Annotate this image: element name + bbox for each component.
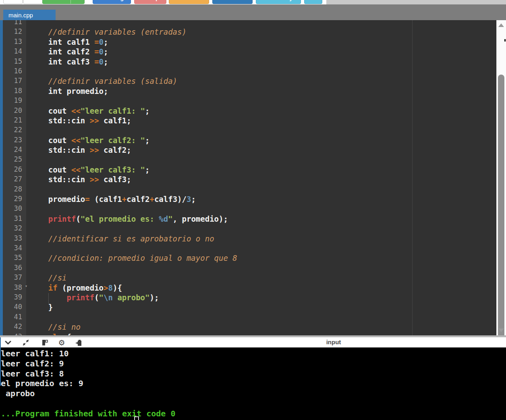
code-line[interactable]: [30, 313, 497, 322]
beautify-button[interactable]: { } Beautify: [256, 0, 301, 4]
expand-icon[interactable]: [21, 339, 30, 347]
code-line[interactable]: [30, 244, 497, 254]
code-line[interactable]: [30, 224, 497, 234]
scrollbar-annotation-mark: [504, 39, 506, 42]
dock-panel-icon[interactable]: [40, 339, 49, 347]
tab-main-cpp[interactable]: main.cpp: [3, 10, 56, 20]
scroll-down-arrow-icon[interactable]: [498, 329, 504, 332]
run-button[interactable]: ▶ Run ▾: [42, 0, 85, 4]
save-button[interactable]: ▥ Save: [212, 0, 253, 4]
code-line[interactable]: }: [30, 303, 497, 312]
console-line: leer calf3: 8: [1, 369, 506, 379]
share-button-label: Share: [184, 0, 200, 1]
share-button[interactable]: ⬗ Share: [169, 0, 209, 4]
code-line[interactable]: std::cin >> calf2;: [30, 146, 497, 155]
code-line[interactable]: [30, 155, 497, 165]
paste-input-icon[interactable]: [74, 339, 83, 347]
stop-button[interactable]: ■ Stop: [134, 0, 166, 4]
code-line[interactable]: int calf3 =0;: [30, 57, 497, 67]
code-line[interactable]: else{: [30, 333, 497, 336]
console-line: ...Program finished with exit code 0: [1, 409, 506, 419]
scroll-up-arrow-icon[interactable]: [498, 23, 504, 27]
beautify-button-label: Beautify: [270, 0, 292, 1]
code-line[interactable]: //identificar si es aprobatorio o no: [30, 234, 497, 244]
code-line[interactable]: int calf1 =0;: [30, 37, 497, 47]
code-line[interactable]: cout <<"leer calf3: ";: [30, 165, 497, 175]
navigate-button[interactable]: ⚲: [23, 0, 43, 4]
code-lines[interactable]: //definir variables (entradas) int calf1…: [0, 20, 497, 335]
theme-button[interactable]: ▦ ▾: [304, 0, 322, 4]
code-line[interactable]: int calf2 =0;: [30, 47, 497, 57]
scrollbar-thumb[interactable]: [498, 75, 504, 335]
code-line[interactable]: if (promedio>8){: [30, 283, 497, 293]
debug-button-label: Debug: [106, 0, 124, 1]
console-line: leer calf2: 9: [1, 359, 506, 369]
editor-scrollbar[interactable]: [496, 20, 506, 335]
code-line[interactable]: int promedio;: [30, 87, 497, 96]
debug-button[interactable]: ◎ Debug: [93, 0, 131, 4]
tab-bar: main.cpp: [0, 4, 506, 20]
run-button-divider: [71, 0, 71, 4]
code-editor[interactable]: 1112131415161718192021222324252627282930…: [0, 20, 506, 335]
code-line[interactable]: //si: [30, 273, 497, 283]
console-line: el promedio es: 9: [1, 378, 506, 389]
code-line[interactable]: //condicion: promedio igual o mayor que …: [30, 254, 497, 263]
console-output[interactable]: leer calf1: 10leer calf2: 9leer calf3: 8…: [0, 347, 506, 420]
code-line[interactable]: promedio= (calf1+calf2+calf3)/3;: [30, 195, 497, 204]
print-margin-line: [412, 20, 413, 335]
code-line[interactable]: [30, 96, 497, 106]
top-toolbar: ▪ ⚲ ▶ Run ▾ ◎ Debug ■ Stop ⬗ Share ▥ Sav…: [0, 0, 506, 4]
console-line: [1, 399, 506, 409]
console-line: leer calf1: 10: [1, 349, 506, 359]
settings-gear-icon[interactable]: ⚙: [57, 339, 66, 347]
code-line[interactable]: printf("\n aprobo");: [30, 293, 497, 303]
code-line[interactable]: //si no: [30, 322, 497, 332]
stop-button-label: Stop: [147, 0, 159, 1]
console-line: aprobo: [1, 389, 506, 399]
indent-guide: [48, 293, 49, 304]
code-line[interactable]: [30, 20, 497, 27]
console-lines: leer calf1: 10leer calf2: 9leer calf3: 8…: [1, 349, 506, 419]
code-line[interactable]: [30, 264, 497, 273]
code-line[interactable]: [30, 204, 497, 214]
console-toolbar: ⚙ input: [0, 337, 506, 347]
code-line[interactable]: //definir variables (entradas): [30, 27, 497, 37]
code-line[interactable]: [30, 67, 497, 77]
code-line[interactable]: cout <<"leer calf2: ";: [30, 136, 497, 146]
run-button-label: Run: [55, 0, 66, 1]
code-line[interactable]: [30, 185, 497, 195]
terminal-cursor: [134, 416, 139, 420]
code-line[interactable]: [30, 126, 497, 135]
code-line[interactable]: cout <<"leer calf1: ";: [30, 106, 497, 116]
tab-main-cpp-label: main.cpp: [8, 12, 33, 19]
code-line[interactable]: std::cin >> calf3;: [30, 175, 497, 185]
code-line[interactable]: //definir variables (salida): [30, 77, 497, 86]
code-line[interactable]: printf("el promedio es: %d", promedio);: [30, 214, 497, 224]
collapse-icon[interactable]: [4, 339, 12, 347]
files-button[interactable]: ▪: [3, 0, 23, 4]
code-line[interactable]: std::cin >> calf1;: [30, 116, 497, 126]
save-button-label: Save: [229, 0, 243, 1]
input-label: input: [326, 339, 341, 345]
